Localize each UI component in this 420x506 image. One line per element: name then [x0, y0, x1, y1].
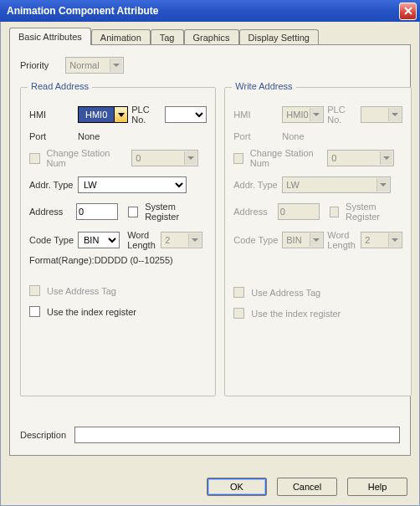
write-use-address-tag-checkbox [233, 287, 244, 298]
read-code-type-label: Code Type [29, 235, 74, 245]
read-use-address-tag-checkbox [29, 285, 40, 296]
read-format-label: Format(Range):DDDDD (0--10255) [29, 255, 207, 265]
tab-display-setting[interactable]: Display Setting [239, 29, 319, 45]
group-write-address-legend: Write Address [232, 81, 295, 91]
cancel-button[interactable]: Cancel [277, 478, 337, 496]
tab-tag[interactable]: Tag [151, 29, 184, 45]
read-change-station-checkbox [29, 153, 40, 164]
write-use-address-tag-label: Use Address Tag [251, 288, 320, 298]
title-bar: Animation Component Attribute [0, 0, 420, 22]
priority-label: Priority [20, 60, 49, 70]
chevron-down-icon [192, 238, 198, 242]
close-button[interactable] [399, 3, 417, 20]
read-code-type-select[interactable]: BIN [78, 232, 120, 248]
chevron-down-icon [313, 113, 320, 116]
dialog-footer: OK Cancel Help [1, 468, 419, 505]
read-plc-select[interactable] [165, 106, 207, 123]
description-label: Description [20, 430, 66, 440]
help-button[interactable]: Help [347, 478, 407, 496]
write-change-station-checkbox [233, 153, 243, 164]
write-port-label: Port [233, 131, 279, 141]
read-addr-type-label: Addr. Type [29, 180, 74, 190]
write-code-type-select: BIN [282, 232, 324, 248]
chevron-down-icon [113, 64, 120, 67]
chevron-down-icon [313, 238, 320, 242]
read-port-value: None [78, 131, 207, 141]
read-port-label: Port [29, 131, 74, 141]
write-use-index-register-label: Use the index register [251, 309, 341, 319]
description-input[interactable] [74, 427, 400, 443]
read-change-station-value-select: 0 [131, 150, 198, 166]
write-plc-select [361, 106, 402, 123]
read-address-label: Address [29, 207, 71, 217]
write-addr-type-label: Addr. Type [233, 180, 279, 190]
read-word-length-select: 2 [161, 232, 202, 248]
write-hmi-label: HMI [233, 110, 279, 120]
group-write-address: Write Address HMI HMI0 PLC No. Port [224, 87, 412, 396]
chevron-down-icon [392, 113, 398, 116]
write-word-length-select: 2 [361, 232, 402, 248]
write-port-value: None [282, 131, 402, 141]
write-plc-label: PLC No. [327, 105, 357, 125]
priority-value: Normal [69, 60, 99, 70]
group-read-address: Read Address HMI HMI0 PLC No. Port None [20, 87, 216, 396]
window-title: Animation Component Attribute [7, 5, 159, 17]
read-word-length-label: Word Length [127, 230, 157, 250]
chevron-down-icon [380, 183, 387, 187]
read-use-address-tag-label: Use Address Tag [47, 286, 116, 296]
priority-select: Normal [65, 57, 124, 74]
write-change-station-label: Change Station Num [250, 148, 324, 168]
close-icon [404, 7, 412, 15]
write-address-input [278, 203, 320, 220]
ok-button[interactable]: OK [207, 478, 267, 496]
tab-strip: Basic Attributes Animation Tag Graphics … [1, 22, 419, 44]
read-hmi-select[interactable]: HMI0 [78, 106, 128, 123]
tab-graphics[interactable]: Graphics [184, 29, 239, 45]
write-system-register-label: System Register [346, 202, 402, 222]
chevron-down-icon [383, 156, 390, 160]
chevron-down-icon [187, 156, 194, 160]
write-word-length-label: Word Length [327, 230, 357, 250]
write-hmi-select: HMI0 [282, 106, 324, 123]
read-use-index-register-label: Use the index register [47, 307, 136, 317]
read-change-station-label: Change Station Num [47, 148, 129, 168]
chevron-down-icon[interactable] [114, 107, 127, 122]
tab-animation[interactable]: Animation [91, 29, 151, 45]
write-address-label: Address [233, 207, 272, 217]
write-addr-type-select: LW [282, 176, 391, 193]
tab-basic-attributes[interactable]: Basic Attributes [9, 28, 91, 45]
read-system-register-checkbox[interactable] [128, 207, 138, 217]
read-addr-type-select[interactable]: LW [78, 176, 187, 193]
read-system-register-label: System Register [145, 202, 207, 222]
read-hmi-label: HMI [29, 110, 74, 120]
write-change-station-value-select: 0 [327, 150, 394, 166]
read-address-input[interactable] [76, 203, 118, 220]
write-system-register-checkbox [330, 207, 339, 217]
read-use-index-register-checkbox[interactable] [29, 306, 40, 317]
read-plc-label: PLC No. [131, 105, 161, 125]
group-read-address-legend: Read Address [28, 81, 92, 91]
read-hmi-value: HMI0 [79, 107, 114, 122]
tab-page-basic-attributes: Priority Normal Read Address HMI HMI0 [9, 44, 411, 456]
write-code-type-label: Code Type [233, 235, 279, 245]
write-use-index-register-checkbox [233, 308, 244, 319]
chevron-down-icon [392, 238, 398, 242]
